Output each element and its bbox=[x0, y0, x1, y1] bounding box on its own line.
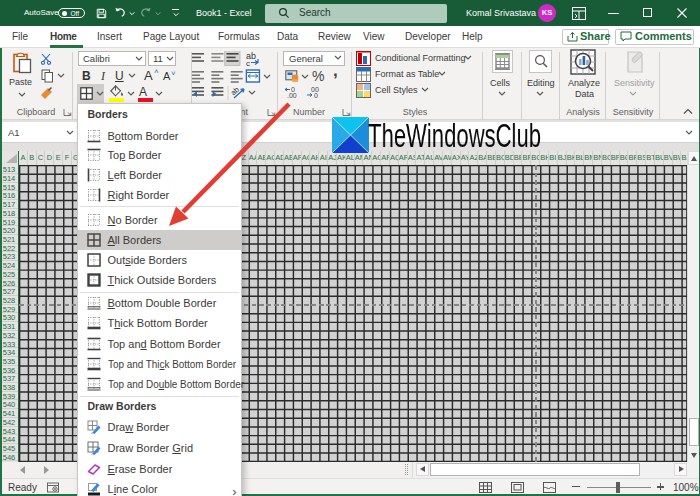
svg-text:c: c bbox=[246, 59, 250, 68]
svg-text:ab: ab bbox=[229, 85, 241, 97]
svg-text:0: 0 bbox=[314, 92, 318, 99]
svg-text:.00: .00 bbox=[287, 92, 297, 99]
